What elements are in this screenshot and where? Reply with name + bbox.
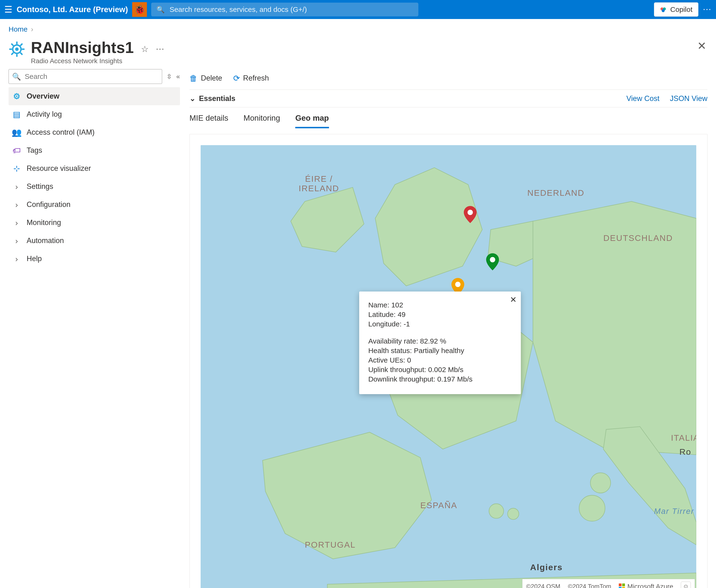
tab-monitoring[interactable]: Monitoring bbox=[243, 113, 280, 128]
sidebar-item-label: Monitoring bbox=[27, 218, 61, 227]
sidebar-item-label: Tags bbox=[27, 146, 42, 155]
sidebar-item-tags[interactable]: 🏷Tags bbox=[8, 141, 180, 160]
sidebar-item-configuration[interactable]: ›Configuration bbox=[8, 195, 180, 214]
chevron-right-icon: › bbox=[12, 200, 21, 209]
delete-button[interactable]: 🗑 Delete bbox=[189, 74, 222, 83]
map-popup: ✕ Name: 102 Latitude: 49 Longitude: -1 A… bbox=[359, 292, 521, 394]
expand-icon[interactable]: ⇳ bbox=[166, 73, 172, 81]
tenant-name[interactable]: Contoso, Ltd. Azure (Preview) bbox=[17, 5, 128, 14]
popup-row: Name: 102 bbox=[368, 301, 512, 309]
svg-point-2 bbox=[661, 9, 664, 12]
sidebar-item-access-control-iam-[interactable]: 👥Access control (IAM) bbox=[8, 123, 180, 141]
sidebar-item-monitoring[interactable]: ›Monitoring bbox=[8, 214, 180, 232]
sidebar-item-label: Resource visualizer bbox=[27, 164, 91, 173]
search-icon: 🔍 bbox=[12, 72, 21, 81]
global-search-input[interactable] bbox=[169, 5, 413, 14]
svg-text:PORTUGAL: PORTUGAL bbox=[305, 540, 355, 549]
svg-rect-31 bbox=[622, 584, 625, 586]
page-header: RANInsights1 Radio Access Network Insigh… bbox=[0, 39, 716, 69]
refresh-icon: ⟳ bbox=[233, 74, 240, 83]
chevron-right-icon: › bbox=[12, 236, 21, 246]
global-search[interactable]: 🔍 bbox=[151, 3, 418, 16]
feedback-icon[interactable]: ☺ bbox=[681, 582, 691, 588]
sidebar-item-resource-visualizer[interactable]: ⊹Resource visualizer bbox=[8, 160, 180, 177]
svg-text:NEDERLAND: NEDERLAND bbox=[527, 188, 584, 198]
svg-line-9 bbox=[20, 53, 23, 55]
close-icon[interactable]: ✕ bbox=[697, 39, 707, 52]
more-icon[interactable]: ⋯ bbox=[703, 4, 712, 15]
chevron-right-icon: › bbox=[31, 25, 33, 33]
tabs: MIE detailsMonitoringGeo map bbox=[189, 107, 708, 128]
refresh-label: Refresh bbox=[243, 74, 269, 82]
refresh-button[interactable]: ⟳ Refresh bbox=[233, 74, 269, 83]
page-title: RANInsights1 bbox=[31, 39, 134, 56]
collapse-sidebar-icon[interactable]: « bbox=[176, 73, 180, 80]
svg-line-10 bbox=[12, 53, 14, 55]
svg-point-14 bbox=[591, 473, 611, 493]
sidebar-item-settings[interactable]: ›Settings bbox=[8, 177, 180, 195]
popup-close-icon[interactable]: ✕ bbox=[510, 295, 516, 304]
tab-geo-map[interactable]: Geo map bbox=[295, 113, 329, 128]
sidebar-item-automation[interactable]: ›Automation bbox=[8, 232, 180, 250]
svg-point-27 bbox=[468, 210, 473, 215]
map-pin-green[interactable] bbox=[486, 253, 499, 270]
popup-row: Health status: Partially healthy bbox=[368, 346, 512, 355]
svg-text:DEUTSCHLAND: DEUTSCHLAND bbox=[603, 233, 673, 243]
sidebar-item-label: Settings bbox=[27, 182, 53, 191]
essentials-toggle[interactable]: ⌄ Essentials bbox=[189, 94, 236, 103]
svg-point-17 bbox=[508, 508, 519, 520]
delete-label: Delete bbox=[201, 74, 222, 82]
more-actions-icon[interactable]: ⋯ bbox=[156, 44, 164, 54]
popup-row: Downlink throughput: 0.197 Mb/s bbox=[368, 375, 512, 383]
popup-row: Availability rate: 82.92 % bbox=[368, 337, 512, 345]
essentials-section: ⌄ Essentials View Cost JSON View bbox=[189, 89, 708, 107]
sidebar-search-input[interactable] bbox=[24, 72, 159, 81]
json-view-link[interactable]: JSON View bbox=[670, 94, 708, 103]
trash-icon: 🗑 bbox=[189, 74, 198, 83]
sidebar-item-label: Access control (IAM) bbox=[27, 128, 95, 136]
svg-point-16 bbox=[489, 504, 504, 519]
chevron-right-icon: › bbox=[12, 218, 21, 227]
popup-row: Longitude: -1 bbox=[368, 320, 512, 328]
view-cost-link[interactable]: View Cost bbox=[627, 94, 659, 103]
toolbar: 🗑 Delete ⟳ Refresh bbox=[189, 69, 708, 89]
sidebar-item-label: Automation bbox=[27, 236, 64, 245]
svg-text:ITALIA: ITALIA bbox=[671, 433, 696, 443]
sidebar-search[interactable]: 🔍 bbox=[8, 69, 162, 84]
hamburger-icon[interactable]: ☰ bbox=[4, 5, 12, 14]
copilot-label: Copilot bbox=[670, 5, 693, 14]
tag-icon: 🏷 bbox=[12, 146, 21, 155]
copilot-button[interactable]: Copilot bbox=[654, 2, 698, 17]
svg-line-11 bbox=[20, 44, 23, 46]
resource-icon bbox=[8, 41, 25, 58]
visualizer-icon: ⊹ bbox=[12, 164, 21, 173]
report-bug-icon[interactable]: 🐞 bbox=[132, 2, 147, 17]
map-pin-red[interactable] bbox=[463, 206, 477, 223]
svg-point-28 bbox=[490, 257, 495, 262]
svg-text:Ro: Ro bbox=[679, 447, 691, 457]
sidebar-item-activity-log[interactable]: ▤Activity log bbox=[8, 105, 180, 123]
popup-row: Active UEs: 0 bbox=[368, 356, 512, 364]
popup-row: Uplink throughput: 0.002 Mb/s bbox=[368, 365, 512, 374]
geo-map[interactable]: ÉIRE /IRELAND NEDERLAND DEUTSCHLAND ITAL… bbox=[201, 145, 696, 588]
copilot-icon bbox=[660, 6, 667, 13]
chevron-right-icon: › bbox=[12, 182, 21, 191]
tab-mie-details[interactable]: MIE details bbox=[189, 113, 228, 128]
pin-icon[interactable]: ☆ bbox=[141, 44, 148, 54]
sidebar-item-overview[interactable]: ⚙Overview bbox=[8, 87, 180, 105]
chevron-down-icon: ⌄ bbox=[189, 94, 196, 103]
breadcrumb-home[interactable]: Home bbox=[8, 25, 27, 33]
sidebar-item-label: Activity log bbox=[27, 110, 62, 119]
svg-text:ESPAÑA: ESPAÑA bbox=[420, 501, 457, 510]
map-panel: ÉIRE /IRELAND NEDERLAND DEUTSCHLAND ITAL… bbox=[189, 134, 708, 588]
svg-text:Algiers: Algiers bbox=[530, 563, 563, 572]
microsoft-azure-logo: Microsoft Azure bbox=[619, 583, 673, 588]
main-content: 🗑 Delete ⟳ Refresh ⌄ Essentials View Cos… bbox=[180, 69, 716, 588]
svg-rect-30 bbox=[619, 584, 621, 586]
essentials-label: Essentials bbox=[199, 94, 236, 103]
sidebar-item-label: Help bbox=[27, 254, 42, 263]
sidebar-item-help[interactable]: ›Help bbox=[8, 250, 180, 268]
sidebar-item-label: Configuration bbox=[27, 200, 70, 209]
svg-point-12 bbox=[15, 47, 19, 51]
page-subtitle: Radio Access Network Insights bbox=[31, 57, 134, 65]
